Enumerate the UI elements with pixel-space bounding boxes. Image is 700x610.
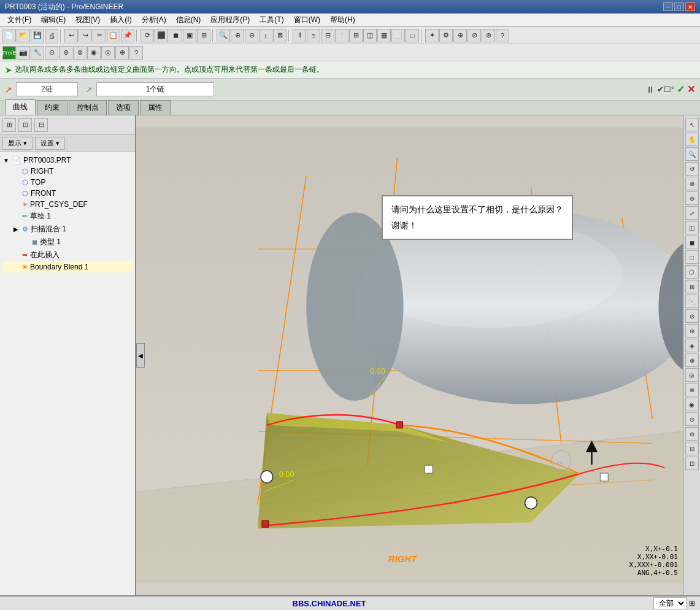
tb2-b6[interactable]: ◉ (87, 46, 101, 60)
tb2-b2[interactable]: 🔧 (31, 46, 44, 60)
tree-item-front[interactable]: ⬡ FRONT (2, 188, 133, 199)
display-button[interactable]: 显示 ▾ (2, 137, 33, 150)
panel-collapse-arrow[interactable]: ◀ (136, 343, 145, 368)
tree-item-bb1[interactable]: ✳ Boundary Blend 1 (2, 261, 133, 272)
tree-item-sweep1[interactable]: ▶ ⚙ 扫描混合 1 (2, 223, 133, 236)
tb-view1[interactable]: Ⅱ (293, 29, 306, 42)
tb-copy[interactable]: 📋 (107, 29, 120, 42)
tb-3d1[interactable]: 🔍 (217, 29, 230, 42)
menu-info[interactable]: 信息(N) (171, 14, 206, 26)
filter-dropdown[interactable]: 全部 ⊞ (653, 597, 695, 609)
tb2-b1[interactable]: 📷 (17, 46, 30, 60)
tree-item-type1[interactable]: ◼ 类型 1 (2, 236, 133, 249)
tb-view2[interactable]: ≡ (307, 29, 320, 42)
rt-datum[interactable]: ⊞ (685, 280, 699, 293)
tb-view9[interactable]: □ (406, 29, 419, 42)
menu-edit[interactable]: 编辑(E) (36, 14, 71, 26)
tb-feat4[interactable]: ⊞ (197, 29, 210, 42)
rt-feat-tool7[interactable]: ⊗ (685, 383, 699, 396)
rt-feat-tool2[interactable]: ⊘ (685, 309, 699, 323)
tb-feat2[interactable]: ◼ (169, 29, 182, 42)
tb-save[interactable]: 💾 (31, 29, 44, 42)
rt-feat-tool1[interactable]: ⋱ (685, 295, 699, 308)
rt-feat-tool5[interactable]: ⊕ (685, 353, 699, 367)
rt-pan[interactable]: ✋ (685, 133, 699, 146)
tb-redo[interactable]: ↪ (79, 29, 92, 42)
settings-button[interactable]: 设置 ▾ (35, 137, 65, 150)
cancel-button[interactable]: ✕ (687, 83, 695, 95)
menu-tools[interactable]: 工具(T) (255, 14, 288, 26)
tree-item-prt-csys[interactable]: ✳ PRT_CSYS_DEF (2, 199, 133, 210)
tb-extra3[interactable]: ⊕ (453, 29, 467, 42)
rt-rotate[interactable]: ↺ (685, 162, 699, 176)
tree-item-top[interactable]: ⬡ TOP (2, 177, 133, 188)
tab-constraints[interactable]: 约束 (37, 100, 67, 115)
rt-feat-tool3[interactable]: ⊛ (685, 324, 699, 338)
lp-tb1[interactable]: ⊞ (2, 118, 16, 132)
tb-extra2[interactable]: ⚙ (439, 29, 453, 42)
tree-item-prt0003[interactable]: ▼ 📄 PRT0003.PRT (2, 155, 133, 166)
rt-shade[interactable]: ◼ (685, 236, 699, 249)
tb-extra5[interactable]: ⊛ (482, 29, 495, 42)
tab-properties[interactable]: 属性 (140, 100, 171, 115)
tree-item-insert[interactable]: ➡ 在此插入 (2, 249, 133, 261)
rt-view-std[interactable]: ◫ (685, 221, 699, 234)
expand-prt0003[interactable]: ▼ (2, 157, 10, 164)
rt-zoom-out[interactable]: ⊖ (685, 191, 699, 205)
tb2-b8[interactable]: ⊕ (115, 46, 129, 60)
rt-feat-tool8[interactable]: ◉ (685, 398, 699, 411)
lp-tb2[interactable]: ⊡ (18, 118, 32, 132)
tb-view5[interactable]: ⊞ (349, 29, 363, 42)
maximize-button[interactable]: □ (674, 2, 684, 11)
rt-feat-tool9[interactable]: ⊙ (685, 412, 699, 426)
rt-feat-tool4[interactable]: ◈ (685, 339, 699, 352)
rt-feat-tool10[interactable]: ⊚ (685, 427, 699, 441)
menu-file[interactable]: 文件(F) (2, 14, 36, 26)
tb-regen[interactable]: ⟳ (140, 29, 154, 42)
rt-feat-tool6[interactable]: ◎ (685, 368, 699, 382)
rt-zoom-in[interactable]: ⊕ (685, 177, 699, 190)
expand-sweep1[interactable]: ▶ (12, 226, 20, 233)
tb2-b9[interactable]: ? (129, 46, 143, 60)
rt-select[interactable]: ↖ (685, 118, 699, 131)
menu-help[interactable]: 帮助(H) (325, 14, 360, 26)
tb-view8[interactable]: ⬜ (391, 29, 405, 42)
tab-control-points[interactable]: 控制点 (69, 100, 107, 115)
confirm-button[interactable]: ✓ (677, 83, 685, 95)
options-icon[interactable]: ✔☐° (657, 85, 674, 94)
tree-item-right[interactable]: ⬡ RIGHT (2, 166, 133, 177)
filter-select[interactable]: 全部 (653, 597, 687, 609)
tb-3d3[interactable]: ⊖ (245, 29, 258, 42)
menu-view[interactable]: 视图(V) (71, 14, 105, 26)
pause-button[interactable]: ⏸ (646, 85, 655, 95)
tb2-b3[interactable]: ⊙ (45, 46, 58, 60)
tb-view6[interactable]: ◫ (363, 29, 377, 42)
chain1-label[interactable]: 2链 (16, 82, 78, 96)
tb-view4[interactable]: ⋮ (335, 29, 348, 42)
rt-feat-tool12[interactable]: ⊡ (685, 457, 699, 470)
chain2-label[interactable]: 1个链 (96, 82, 215, 96)
tb-feat3[interactable]: ▣ (183, 29, 196, 42)
minimize-button[interactable]: ─ (663, 2, 673, 11)
rt-fit[interactable]: ⤢ (685, 206, 699, 220)
tb2-b5[interactable]: ⊗ (73, 46, 87, 60)
rt-feat-tool11[interactable]: ⊟ (685, 442, 699, 455)
tb-open[interactable]: 📂 (17, 29, 30, 42)
tb-feat1[interactable]: ⬛ (155, 29, 168, 42)
tb-3d4[interactable]: ↕ (259, 29, 272, 42)
site-link[interactable]: BBS.CHINADE.NET (293, 599, 366, 608)
rt-zoom[interactable]: 🔍 (685, 147, 699, 161)
tb-cut[interactable]: ✂ (93, 29, 106, 42)
close-button[interactable]: ✕ (685, 2, 695, 11)
tb2-b4[interactable]: ⊚ (59, 46, 72, 60)
tb2-b7[interactable]: ◎ (101, 46, 115, 60)
tree-item-sketch1[interactable]: ✏ 草绘 1 (2, 210, 133, 223)
lp-tb3[interactable]: ⊟ (34, 118, 48, 132)
menu-window[interactable]: 窗口(W) (289, 14, 325, 26)
menu-insert[interactable]: 插入(I) (105, 14, 136, 26)
tab-options[interactable]: 选项 (108, 100, 139, 115)
tb-undo[interactable]: ↩ (64, 29, 78, 42)
menu-apps[interactable]: 应用程序(P) (206, 14, 255, 26)
tb-3d5[interactable]: ⊠ (273, 29, 287, 42)
tb-new[interactable]: 📄 (2, 29, 16, 42)
